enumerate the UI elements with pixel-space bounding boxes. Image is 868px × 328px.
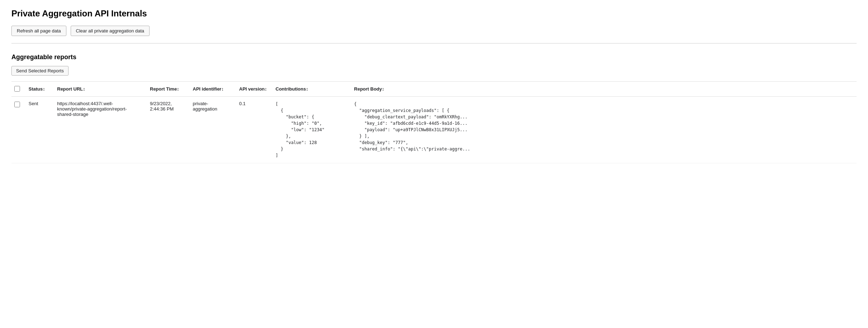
divider (11, 43, 857, 43)
refresh-button[interactable]: Refresh all page data (11, 26, 66, 36)
page-title: Private Aggregation API Internals (11, 9, 857, 19)
header-report-time[interactable]: Report Time↕ (146, 82, 188, 97)
reports-section-title: Aggregatable reports (11, 53, 857, 61)
row-report-body: { "aggregation_service_payloads": [ { "d… (350, 97, 857, 163)
send-selected-reports-button[interactable]: Send Selected Reports (11, 66, 69, 76)
row-api-identifier: private-aggregation (188, 97, 235, 163)
row-checkbox[interactable] (14, 102, 20, 107)
header-report-body[interactable]: Report Body↕ (350, 82, 857, 97)
header-api-version[interactable]: API version↕ (235, 82, 271, 97)
reports-section: Aggregatable reports Send Selected Repor… (11, 53, 857, 163)
header-api-identifier[interactable]: API identifier↕ (188, 82, 235, 97)
top-toolbar: Refresh all page data Clear all private … (11, 26, 857, 36)
row-checkbox-cell (11, 97, 24, 163)
header-contributions[interactable]: Contributions↕ (271, 82, 350, 97)
header-status[interactable]: Status↕ (24, 82, 53, 97)
clear-button[interactable]: Clear all private aggregation data (71, 26, 150, 36)
select-all-checkbox[interactable] (14, 86, 20, 92)
reports-table: Status↕ Report URL↕ Report Time↕ API ide… (11, 81, 857, 163)
row-contributions: [ { "bucket": { "high": "0", "low": "123… (271, 97, 350, 163)
row-api-version: 0.1 (235, 97, 271, 163)
header-report-url[interactable]: Report URL↕ (53, 82, 146, 97)
row-status: Sent (24, 97, 53, 163)
table-row: Sent https://localhost:4437/.well-known/… (11, 97, 857, 163)
row-report-time: 9/23/2022, 2:44:36 PM (146, 97, 188, 163)
row-report-url: https://localhost:4437/.well-known/priva… (53, 97, 146, 163)
header-checkbox-col (11, 82, 24, 97)
table-header-row: Status↕ Report URL↕ Report Time↕ API ide… (11, 82, 857, 97)
